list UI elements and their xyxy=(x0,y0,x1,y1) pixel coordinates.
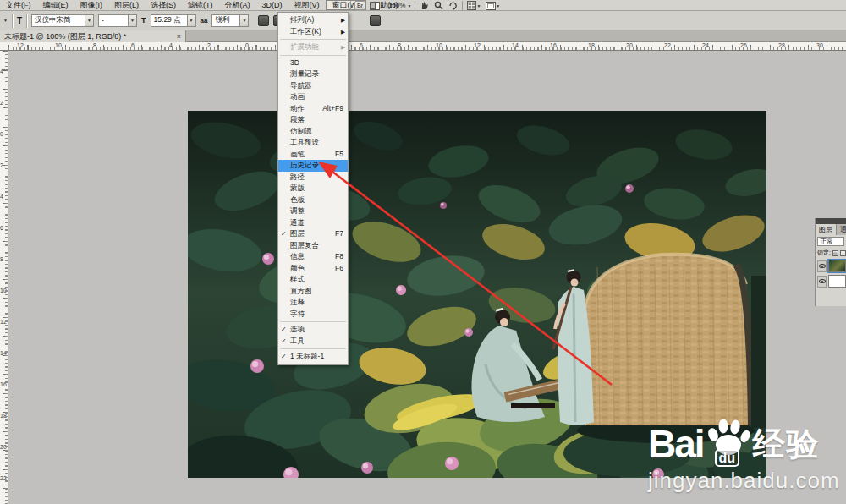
ruler-label: 12 xyxy=(0,319,7,325)
bridge-label: Br xyxy=(357,3,363,8)
menubar-item[interactable]: 选择(S) xyxy=(145,0,182,10)
ruler-label: 20 xyxy=(626,42,633,48)
baidu-paw-icon: du xyxy=(705,419,752,465)
menubar-item[interactable]: 分析(A) xyxy=(219,0,256,10)
window-menu-item[interactable]: 颜色F6 xyxy=(278,263,348,275)
menubar-item[interactable]: 文件(F) xyxy=(0,0,37,10)
close-icon[interactable]: × xyxy=(177,32,181,41)
check-icon: ✓ xyxy=(281,228,287,240)
window-menu-item[interactable]: 导航器 xyxy=(278,80,348,92)
eye-icon xyxy=(819,279,826,283)
window-menu-item[interactable]: 信息F8 xyxy=(278,251,348,263)
menu-item-label: 仿制源 xyxy=(290,127,312,135)
hand-tool-icon[interactable] xyxy=(419,1,430,10)
ruler-vertical[interactable]: 42024681012141618202224 xyxy=(0,51,8,504)
visibility-toggle[interactable] xyxy=(817,276,827,288)
window-menu-item[interactable]: 样式 xyxy=(278,274,348,286)
rotate-view-icon[interactable] xyxy=(448,1,459,10)
window-menu-item[interactable]: 段落 xyxy=(278,114,348,126)
window-menu-item[interactable]: 1 未标题-1✓ xyxy=(278,351,348,363)
tab-channels[interactable]: 通道 xyxy=(837,224,846,235)
menu-item-label: 样式 xyxy=(290,275,305,283)
ruler-label: 22 xyxy=(0,475,7,481)
lock-pixels-icon[interactable] xyxy=(840,250,846,256)
font-size-icon: T xyxy=(141,16,146,25)
window-menu-item[interactable]: 测量记录 xyxy=(278,68,348,80)
menubar-item[interactable]: 图层(L) xyxy=(108,0,145,10)
window-menu-item[interactable]: 蒙版 xyxy=(278,183,348,194)
document-tab[interactable]: 未标题-1 @ 100% (图层 1, RGB/8) * × xyxy=(0,30,186,42)
window-menu-item[interactable]: 通道 xyxy=(278,217,348,229)
window-menu-item[interactable]: 工具预设 xyxy=(278,137,348,149)
chevron-down-icon: ▼ xyxy=(87,18,91,23)
zoom-level-control[interactable]: 100% ▼ xyxy=(388,2,411,9)
window-menu-item[interactable]: 画笔F5 xyxy=(278,149,348,161)
window-menu-item[interactable]: 动画 xyxy=(278,91,348,103)
window-menu-item[interactable]: 调整 xyxy=(278,205,348,217)
anti-alias-select[interactable]: 锐利 ▼ xyxy=(212,14,249,27)
window-menu-item[interactable]: 注释 xyxy=(278,297,348,309)
menu-item-label: 动作 xyxy=(290,104,305,112)
zoom-tool-icon[interactable] xyxy=(433,1,444,10)
ruler-label: 2 xyxy=(207,42,211,48)
window-menu-item[interactable]: 图层✓F7 xyxy=(278,228,348,240)
tool-preset-chevron-icon[interactable]: ▼ xyxy=(3,18,8,23)
lock-transparency-icon[interactable]: ▨ xyxy=(832,250,838,256)
font-style-select[interactable]: - ▼ xyxy=(98,14,137,27)
window-menu-item[interactable]: 仿制源 xyxy=(278,126,348,138)
menubar-item[interactable]: 编辑(E) xyxy=(37,0,74,10)
align-text-icon[interactable] xyxy=(258,15,269,26)
arrange-documents-icon[interactable]: ▼ xyxy=(369,1,385,10)
ruler-label: 22 xyxy=(664,42,671,48)
window-menu-item[interactable]: 排列(A)▶ xyxy=(278,14,348,26)
visibility-toggle[interactable] xyxy=(817,260,827,272)
submenu-arrow-icon: ▶ xyxy=(341,14,345,26)
layer-row[interactable] xyxy=(817,275,846,288)
ruler-label: 8 xyxy=(0,256,3,262)
menu-separator xyxy=(280,348,346,349)
menu-item-label: 选项 xyxy=(290,325,305,333)
menu-item-label: 通道 xyxy=(290,218,305,227)
menu-item-shortcut: Alt+F9 xyxy=(322,103,343,115)
ruler-label: 6 xyxy=(0,225,3,231)
ruler-label: 10 xyxy=(55,42,62,48)
menu-item-label: 工具预设 xyxy=(290,138,319,146)
menu-item-shortcut: F5 xyxy=(335,149,343,161)
bridge-button[interactable]: Br xyxy=(354,1,365,10)
window-menu-item[interactable]: 直方图 xyxy=(278,286,348,298)
ruler-label: 8 xyxy=(398,42,401,48)
window-menu-item[interactable]: 选项✓ xyxy=(278,324,348,336)
menubar-item[interactable]: 3D(D) xyxy=(256,0,288,10)
extras-icon[interactable]: ▼ xyxy=(466,1,481,10)
font-size-select[interactable]: 15.29 点 ▼ xyxy=(151,14,196,27)
tab-layers[interactable]: 图层 xyxy=(816,224,837,235)
window-menu-item[interactable]: 动作Alt+F9 xyxy=(278,103,348,115)
window-menu-item[interactable]: 工作区(K)▶ xyxy=(278,26,348,38)
window-menu-item[interactable]: 3D xyxy=(278,58,348,69)
anti-alias-icon: aa xyxy=(201,17,208,25)
menu-item-shortcut: F7 xyxy=(335,228,343,240)
menu-item-label: 信息 xyxy=(290,252,305,260)
chevron-down-icon: ▼ xyxy=(407,3,411,8)
blend-mode-select[interactable]: 正常 xyxy=(817,237,844,246)
window-menu-item[interactable]: 历史记录 xyxy=(278,160,348,172)
menubar-item[interactable]: 滤镜(T) xyxy=(182,0,219,10)
ruler-horizontal[interactable]: 12108642024681012141618202224262830 xyxy=(8,42,846,51)
divider xyxy=(26,14,27,28)
logo-text-jingyan: 经验 xyxy=(753,423,821,465)
window-menu-item[interactable]: 色板 xyxy=(278,194,348,206)
ruler-label: 12 xyxy=(17,42,24,48)
check-icon: ✓ xyxy=(281,336,287,348)
menubar-item[interactable]: 图像(I) xyxy=(74,0,109,10)
window-menu-item[interactable]: 路径 xyxy=(278,172,348,184)
character-panel-toggle-icon[interactable] xyxy=(370,15,381,26)
menubar-item[interactable]: 视图(V) xyxy=(288,0,326,10)
window-menu-item[interactable]: 图层复合 xyxy=(278,240,348,252)
menu-separator xyxy=(280,55,346,56)
lock-row: 锁定: ▨ xyxy=(817,249,846,257)
font-family-select[interactable]: 汉仪中宋简 ▼ xyxy=(31,14,94,27)
window-menu-item[interactable]: 字符 xyxy=(278,309,348,320)
layer-row[interactable] xyxy=(817,260,846,272)
screen-mode-icon[interactable]: ▼ xyxy=(485,1,501,10)
window-menu-item[interactable]: 工具✓ xyxy=(278,336,348,348)
